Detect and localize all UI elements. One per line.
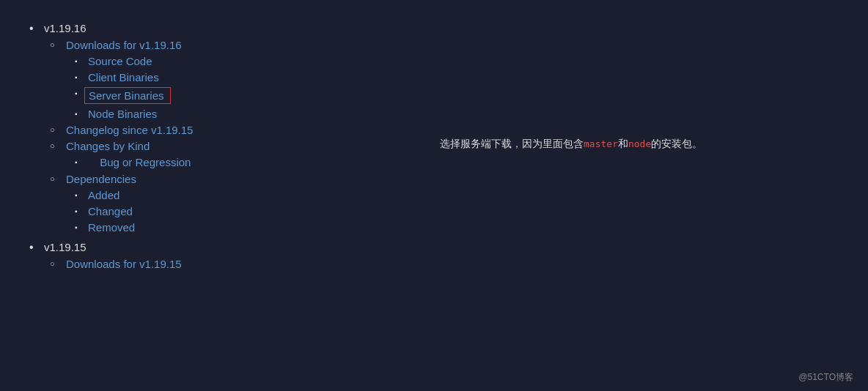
list-item-changed: Changed	[88, 205, 425, 217]
annotation-suffix: 的安装包。	[651, 138, 702, 149]
dependencies-children: Added Changed Removed	[88, 189, 425, 234]
tree-root: v1.19.16 Downloads for v1.19.16 Source C…	[44, 22, 425, 270]
source-code-link[interactable]: Source Code	[88, 55, 152, 67]
client-binaries-link[interactable]: Client Binaries	[88, 71, 159, 83]
list-item-v1-19-15: v1.19.15 Downloads for v1.19.15	[44, 241, 425, 270]
changed-link[interactable]: Changed	[88, 205, 133, 217]
left-panel: v1.19.16 Downloads for v1.19.16 Source C…	[44, 22, 425, 376]
version-v1-19-15[interactable]: v1.19.15	[44, 241, 87, 253]
annotation-code1: master	[584, 138, 618, 149]
version-v1-19-16[interactable]: v1.19.16	[44, 22, 87, 34]
list-item-added: Added	[88, 189, 425, 201]
added-link[interactable]: Added	[88, 189, 119, 201]
node-binaries-link[interactable]: Node Binaries	[88, 108, 157, 120]
list-item-downloads-v1-19-15: Downloads for v1.19.15	[66, 258, 425, 270]
list-item-dependencies: Dependencies Added Changed Removed	[66, 173, 425, 234]
list-item-source-code: Source Code	[88, 55, 425, 67]
v1-19-15-children: Downloads for v1.19.15	[66, 258, 425, 270]
downloads-link[interactable]: Downloads for v1.19.16	[66, 39, 182, 51]
downloads-v1-19-15-link[interactable]: Downloads for v1.19.15	[66, 258, 182, 270]
changes-by-kind-children: Bug or Regression	[88, 156, 425, 169]
list-item-bug-or-regression: Bug or Regression	[88, 156, 425, 169]
watermark: @51CTO博客	[798, 371, 853, 384]
server-binaries-link[interactable]: Server Binaries	[89, 89, 164, 102]
removed-link[interactable]: Removed	[88, 221, 135, 234]
server-binaries-highlighted: Server Binaries	[84, 87, 171, 104]
list-item-changelog: Changelog since v1.19.15	[66, 124, 425, 136]
changelog-link[interactable]: Changelog since v1.19.15	[66, 124, 193, 136]
annotation-text: 选择服务端下载，因为里面包含master和node的安装包。	[440, 135, 868, 152]
changes-by-kind-link[interactable]: Changes by Kind	[66, 140, 150, 152]
list-item-client-binaries: Client Binaries	[88, 71, 425, 83]
cursor-icon	[88, 157, 95, 169]
annotation-prefix: 选择服务端下载，因为里面包含	[440, 138, 584, 149]
main-container: v1.19.16 Downloads for v1.19.16 Source C…	[0, 0, 868, 391]
list-item-changes-by-kind: Changes by Kind Bug or Regression	[66, 140, 425, 169]
annotation-middle: 和	[618, 138, 628, 149]
list-item-removed: Removed	[88, 221, 425, 234]
list-item-node-binaries: Node Binaries	[88, 108, 425, 120]
downloads-children: Source Code Client Binaries Server Binar…	[88, 55, 425, 120]
annotation-code2: node	[628, 138, 651, 149]
bug-or-regression-link[interactable]: Bug or Regression	[100, 156, 191, 168]
v1-19-16-children: Downloads for v1.19.16 Source Code Clien…	[66, 39, 425, 234]
right-panel: 选择服务端下载，因为里面包含master和node的安装包。	[425, 22, 868, 376]
dependencies-link[interactable]: Dependencies	[66, 173, 136, 185]
list-item-downloads: Downloads for v1.19.16 Source Code Clien…	[66, 39, 425, 120]
list-item-v1-19-16: v1.19.16 Downloads for v1.19.16 Source C…	[44, 22, 425, 234]
list-item-server-binaries: Server Binaries	[88, 87, 425, 104]
